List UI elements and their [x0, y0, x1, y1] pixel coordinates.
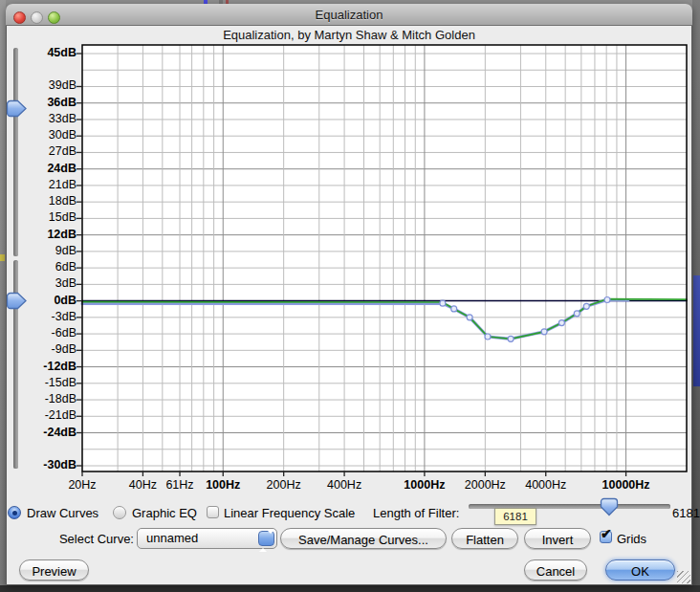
grids-checkbox[interactable]: ✔	[600, 531, 612, 543]
upper-db-slider-track[interactable]	[13, 48, 18, 256]
x-tick-label: 20Hz	[68, 478, 96, 492]
dropdown-stepper-icon	[258, 531, 274, 546]
ok-button[interactable]: OK	[605, 559, 675, 581]
save-manage-curves-button[interactable]: Save/Manage Curves...	[280, 528, 447, 549]
filter-length-value: 6181	[672, 506, 700, 520]
y-tick-label: -21dB	[33, 408, 77, 422]
y-tick-label: 21dB	[33, 178, 77, 191]
lower-db-slider-thumb[interactable]	[6, 292, 29, 310]
preview-button[interactable]: Preview	[19, 559, 89, 581]
title-bar[interactable]: Equalization	[6, 4, 692, 26]
filter-length-tooltip: 6181	[494, 508, 536, 525]
draw-curves-label: Draw Curves	[27, 506, 98, 520]
window-title: Equalization	[6, 8, 692, 22]
y-tick-label: -18dB	[33, 392, 77, 406]
x-tick-label: 10000Hz	[602, 478, 650, 492]
graphic-eq-label: Graphic EQ	[132, 506, 197, 520]
y-tick-label: 27dB	[33, 144, 77, 158]
filter-length-slider-thumb[interactable]	[600, 497, 619, 516]
x-tick-label: 61Hz	[165, 478, 193, 492]
x-tick-label: 400Hz	[327, 478, 361, 492]
y-tick-label: 9dB	[33, 244, 77, 257]
y-tick-label: 33dB	[33, 112, 77, 125]
y-tick-label: -6dB	[33, 326, 77, 340]
graphic-eq-radio[interactable]	[113, 506, 126, 519]
x-tick-label: 2000Hz	[465, 478, 506, 492]
grids-label: Grids	[617, 532, 646, 546]
y-tick-label: 0dB	[33, 294, 77, 307]
invert-button[interactable]: Invert	[524, 528, 591, 549]
y-tick-label: -3dB	[33, 310, 77, 323]
flatten-button[interactable]: Flatten	[451, 528, 518, 549]
y-tick-label: -15dB	[33, 376, 77, 389]
y-tick-label: -9dB	[33, 342, 77, 356]
linear-frequency-checkbox[interactable]	[207, 506, 219, 518]
dialog-subtitle: Equalization, by Martyn Shaw & Mitch Gol…	[6, 28, 692, 42]
y-tick-label: 18dB	[33, 194, 77, 208]
y-tick-label: 12dB	[33, 228, 77, 241]
x-tick-label: 4000Hz	[525, 478, 566, 492]
y-tick-label: 15dB	[33, 210, 77, 224]
background-window-scrollbar	[693, 275, 700, 386]
curve-select-value: unnamed	[146, 531, 198, 545]
x-tick-label: 1000Hz	[404, 478, 445, 492]
x-tick-label: 200Hz	[267, 478, 301, 492]
y-tick-label: -12dB	[33, 360, 77, 373]
y-tick-label: -24dB	[33, 426, 77, 439]
select-curve-label: Select Curve:	[38, 532, 134, 546]
length-of-filter-label: Length of Filter:	[373, 506, 459, 520]
x-tick-label: 40Hz	[129, 478, 157, 492]
draw-curves-radio[interactable]	[8, 506, 21, 519]
y-tick-label: 3dB	[33, 276, 77, 290]
curve-select-dropdown[interactable]: unnamed	[137, 528, 277, 549]
y-tick-label: 45dB	[33, 46, 77, 59]
eq-curve-draw-area[interactable]	[82, 45, 687, 471]
background-speck	[0, 254, 5, 261]
y-tick-label: 24dB	[33, 162, 77, 175]
y-tick-label: 39dB	[33, 78, 77, 92]
y-tick-label: 6dB	[33, 260, 77, 274]
y-tick-label: 36dB	[33, 96, 77, 109]
linear-frequency-label: Linear Frequency Scale	[224, 506, 355, 520]
background-window-bottom	[0, 585, 700, 592]
cancel-button[interactable]: Cancel	[524, 559, 587, 581]
y-tick-label: 30dB	[33, 128, 77, 142]
y-tick-label: -30dB	[33, 458, 77, 471]
screen: Equalization Equalization, by Martyn Sha…	[0, 0, 700, 592]
x-tick-label: 100Hz	[206, 478, 240, 492]
checkmark-icon: ✔	[601, 526, 612, 541]
resize-grip[interactable]	[677, 571, 690, 583]
upper-db-slider-thumb[interactable]	[6, 99, 29, 118]
